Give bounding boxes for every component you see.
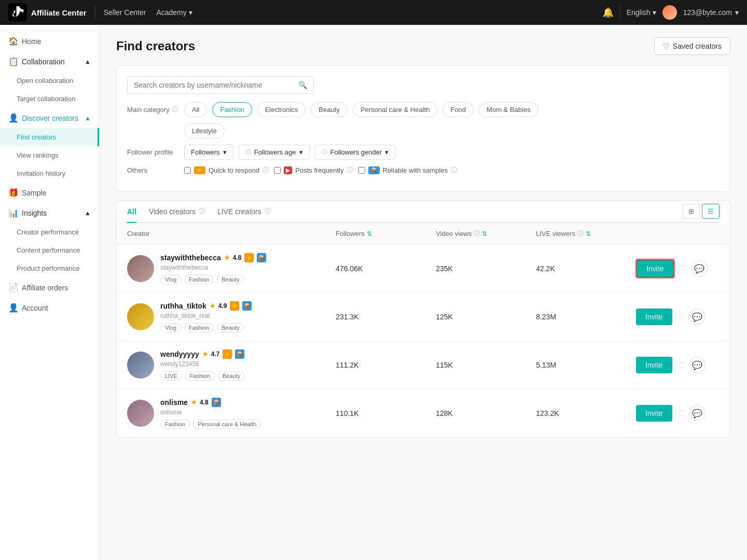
notification-bell-icon[interactable]: 🔔 — [602, 7, 614, 18]
video-views-cell: 115K — [436, 361, 536, 369]
star-icon: ★ — [191, 399, 197, 406]
quick-respond-checkbox[interactable] — [184, 167, 191, 174]
sidebar-item-affiliate-orders[interactable]: 📄 Affiliate orders — [0, 277, 99, 298]
message-button[interactable]: 💬 — [691, 260, 708, 277]
video-views-cell: 128K — [436, 409, 536, 417]
saved-creators-button[interactable]: ♡ Saved creators — [654, 37, 730, 55]
sidebar-item-view-rankings[interactable]: View rankings — [0, 146, 99, 164]
view-toggle: ⊞ ☰ — [683, 204, 720, 219]
info-icon[interactable]: ⓘ — [265, 207, 271, 216]
followers-cell: 231.3K — [336, 313, 436, 321]
tab-video-creators[interactable]: Video creators ⓘ — [149, 201, 205, 223]
save-creator-button[interactable]: ♡ — [676, 311, 685, 323]
info-icon[interactable]: ⓘ — [577, 229, 584, 238]
user-menu[interactable]: 123@byte.com ▾ — [683, 8, 739, 17]
sidebar-discover-label: Discover creators — [22, 114, 78, 122]
info-icon[interactable]: ⓘ — [172, 105, 178, 114]
invite-button[interactable]: Invite — [636, 259, 674, 278]
category-btn-mom-babies[interactable]: Mom & Babies — [479, 102, 538, 117]
reliable-samples-filter: 📦 Reliable with samples ⓘ — [358, 166, 458, 175]
message-button[interactable]: 💬 — [689, 357, 706, 373]
others-label: Others — [127, 166, 179, 174]
th-creator: Creator — [127, 229, 336, 238]
sidebar-item-product-performance[interactable]: Product performance — [0, 259, 99, 277]
nav-seller-center[interactable]: Seller Center — [104, 8, 146, 17]
search-bar[interactable]: 🔍 — [127, 76, 314, 94]
category-btn-fashion[interactable]: Fashion — [212, 102, 252, 117]
category-btn-personal-care[interactable]: Personal care & Health — [353, 102, 438, 117]
posts-icon: ▶ — [284, 166, 292, 174]
collaboration-icon: 📋 — [8, 57, 18, 66]
nav-academy[interactable]: Academy ▾ — [156, 8, 192, 17]
followers-gender-dropdown[interactable]: ⓘ Followers gender ▾ — [315, 145, 396, 160]
category-btn-beauty[interactable]: Beauty — [311, 102, 347, 117]
invite-button[interactable]: Invite — [636, 357, 672, 373]
star-icon: ★ — [210, 302, 215, 310]
creator-cell: wendyyyyy ★ 4.7 ⚡ 📦 wendy123456 LIVE Fas… — [127, 349, 336, 381]
info-icon[interactable]: ⓘ — [199, 207, 205, 216]
sidebar-item-insights[interactable]: 📊 Insights ▲ — [0, 203, 99, 223]
content-perf-label: Content performance — [17, 246, 80, 254]
sidebar-item-find-creators[interactable]: Find creators — [0, 128, 99, 146]
sidebar-item-collaboration[interactable]: 📋 Collaboration ▲ — [0, 51, 99, 72]
main-content: Find creators ♡ Saved creators 🔍 Main ca… — [100, 25, 747, 560]
sidebar-item-creator-performance[interactable]: Creator performance — [0, 223, 99, 241]
sidebar-item-content-performance[interactable]: Content performance — [0, 241, 99, 259]
sort-icon[interactable]: ⇅ — [367, 230, 372, 237]
sort-icon[interactable]: ⇅ — [482, 230, 487, 237]
category-filter-row: Main category ⓘ All Fashion Electronics … — [127, 102, 720, 117]
user-avatar[interactable] — [662, 5, 677, 20]
info-icon[interactable]: ⓘ — [474, 229, 480, 238]
th-video-views: Video views ⓘ ⇅ — [436, 229, 536, 238]
live-viewers-cell: 42.2K — [536, 264, 636, 273]
creator-tag: Beauty — [217, 323, 244, 332]
tab-live-creators[interactable]: LIVE creators ⓘ — [217, 201, 271, 223]
category-btn-all[interactable]: All — [184, 102, 207, 117]
grid-view-button[interactable]: ⊞ — [683, 204, 700, 219]
sort-icon[interactable]: ⇅ — [586, 230, 591, 237]
save-creator-button[interactable]: ♡ — [679, 263, 687, 274]
tab-all[interactable]: All — [127, 201, 136, 223]
message-button[interactable]: 💬 — [689, 309, 706, 325]
sidebar-item-target-collab[interactable]: Target collaboration — [0, 90, 99, 108]
invite-button[interactable]: Invite — [636, 405, 672, 422]
followers-age-dropdown[interactable]: ⓘ Followers age ▾ — [239, 145, 310, 160]
save-creator-button[interactable]: ♡ — [676, 408, 685, 419]
language-label: English — [627, 8, 651, 17]
tabs-section: All Video creators ⓘ LIVE creators ⓘ ⊞ ☰ — [116, 200, 730, 223]
creator-avatar — [127, 303, 154, 330]
sidebar-item-invitation-history[interactable]: Invitation history — [0, 164, 99, 183]
quick-badge-icon: ⚡ — [223, 349, 232, 359]
brand-logo[interactable]: Affiliate Center — [8, 3, 87, 22]
creator-handle: onlisme — [160, 409, 261, 416]
creator-tags: Vlog Fashion Beauty — [160, 323, 252, 332]
quick-badge-icon: ⚡ — [230, 301, 239, 311]
info-icon[interactable]: ⓘ — [262, 166, 269, 175]
posts-frequently-checkbox[interactable] — [274, 167, 281, 174]
app-layout: 🏠 Home 📋 Collaboration ▲ Open collaborat… — [0, 25, 747, 560]
creator-tag: Fashion — [160, 419, 190, 429]
search-input[interactable] — [134, 81, 294, 89]
category-btn-lifestyle[interactable]: Lifestyle — [184, 123, 225, 138]
followers-dropdown[interactable]: Followers ▾ — [184, 145, 233, 160]
language-selector[interactable]: English ▾ — [627, 8, 656, 17]
invite-button[interactable]: Invite — [636, 309, 672, 325]
reliable-samples-label: Reliable with samples — [383, 166, 448, 174]
sidebar-item-account[interactable]: 👤 Account — [0, 298, 99, 318]
reliable-samples-checkbox[interactable] — [358, 167, 365, 174]
creator-info: onlisme ★ 4.8 📦 onlisme Fashion Personal… — [160, 398, 261, 429]
category-btn-electronics[interactable]: Electronics — [257, 102, 306, 117]
info-icon[interactable]: ⓘ — [451, 166, 457, 175]
sidebar-item-discover[interactable]: 👤 Discover creators ▲ — [0, 108, 99, 128]
category-btn-food[interactable]: Food — [442, 102, 474, 117]
sidebar-item-home[interactable]: 🏠 Home — [0, 31, 99, 51]
chevron-down-icon: ▾ — [653, 8, 656, 17]
list-view-button[interactable]: ☰ — [702, 204, 720, 219]
message-button[interactable]: 💬 — [689, 405, 706, 422]
sidebar-item-open-collab[interactable]: Open collaboration — [0, 72, 99, 90]
info-icon[interactable]: ⓘ — [347, 166, 353, 175]
category-filter-label: Main category ⓘ — [127, 105, 179, 114]
sidebar-item-sample[interactable]: 🎁 Sample — [0, 183, 99, 203]
save-creator-button[interactable]: ♡ — [676, 359, 685, 371]
quick-respond-label: Quick to respond — [209, 166, 259, 174]
